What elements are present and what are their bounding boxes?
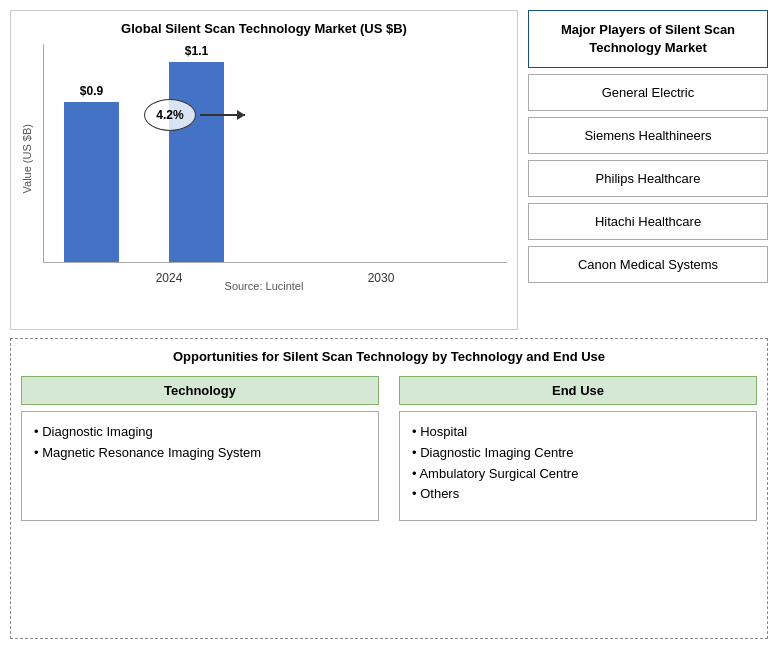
- chart-inner: $0.9 4.2% $1.1: [43, 44, 507, 274]
- y-axis-label: Value (US $B): [21, 124, 43, 194]
- bar-group-2030: $1.1: [169, 44, 224, 262]
- opportunities-content: Technology Diagnostic Imaging Magnetic R…: [21, 376, 757, 521]
- player-item-siemens: Siemens Healthineers: [528, 117, 768, 154]
- player-item-hitachi: Hitachi Healthcare: [528, 203, 768, 240]
- end-use-item-3: Ambulatory Surgical Centre: [408, 464, 746, 485]
- annotation-circle: 4.2%: [144, 99, 196, 131]
- technology-body: Diagnostic Imaging Magnetic Resonance Im…: [21, 411, 379, 521]
- player-item-philips: Philips Healthcare: [528, 160, 768, 197]
- player-item-ge: General Electric: [528, 74, 768, 111]
- major-players-title: Major Players of Silent Scan Technology …: [528, 10, 768, 68]
- x-axis: 2024 2030: [43, 263, 507, 285]
- right-panel: Major Players of Silent Scan Technology …: [528, 10, 768, 330]
- top-section: Global Silent Scan Technology Market (US…: [10, 10, 768, 330]
- end-use-item-4: Others: [408, 484, 746, 505]
- tech-item-1: Diagnostic Imaging: [30, 422, 368, 443]
- bar-value-2024: $0.9: [80, 84, 103, 98]
- bar-value-2030: $1.1: [185, 44, 208, 58]
- bars-area: $0.9 4.2% $1.1: [43, 44, 507, 263]
- chart-container: Global Silent Scan Technology Market (US…: [10, 10, 518, 330]
- annotation: 4.2%: [144, 99, 196, 131]
- end-use-item-2: Diagnostic Imaging Centre: [408, 443, 746, 464]
- main-container: Global Silent Scan Technology Market (US…: [0, 0, 778, 649]
- bar-2030: [169, 62, 224, 262]
- technology-header: Technology: [21, 376, 379, 405]
- end-use-column: End Use Hospital Diagnostic Imaging Cent…: [399, 376, 757, 521]
- annotation-label: 4.2%: [156, 108, 183, 122]
- end-use-body: Hospital Diagnostic Imaging Centre Ambul…: [399, 411, 757, 521]
- bottom-section: Opportunities for Silent Scan Technology…: [10, 338, 768, 639]
- end-use-header: End Use: [399, 376, 757, 405]
- opportunities-title: Opportunities for Silent Scan Technology…: [21, 349, 757, 364]
- player-item-canon: Canon Medical Systems: [528, 246, 768, 283]
- tech-item-2: Magnetic Resonance Imaging System: [30, 443, 368, 464]
- chart-area: Value (US $B) $0.9 4.2%: [21, 44, 507, 274]
- bar-2024: [64, 102, 119, 262]
- end-use-item-1: Hospital: [408, 422, 746, 443]
- x-label-2030: 2030: [368, 271, 395, 285]
- technology-column: Technology Diagnostic Imaging Magnetic R…: [21, 376, 379, 521]
- bar-group-2024: $0.9: [64, 84, 119, 262]
- chart-title: Global Silent Scan Technology Market (US…: [21, 21, 507, 36]
- x-label-2024: 2024: [156, 271, 183, 285]
- annotation-arrow: [200, 114, 245, 116]
